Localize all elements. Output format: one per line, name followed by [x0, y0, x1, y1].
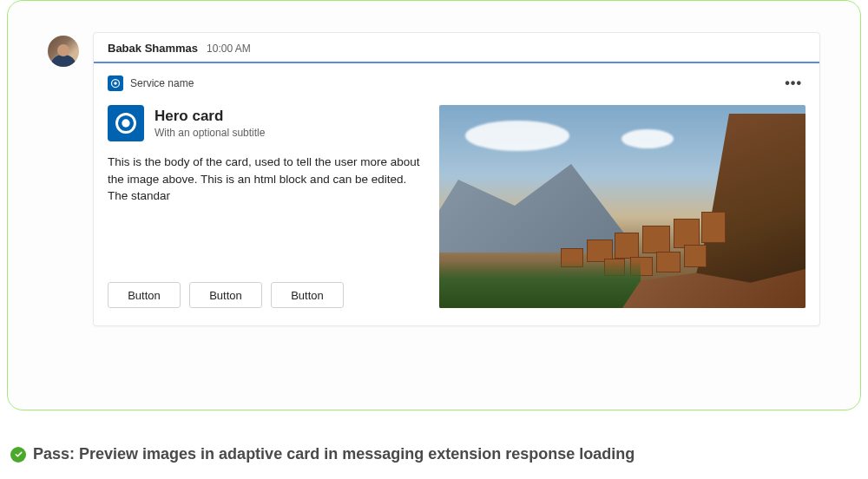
adaptive-card: Service name ••• Hero card With an optio… [94, 63, 819, 325]
pass-result-text: Pass: Preview images in adaptive card in… [33, 445, 635, 463]
card-service-row: Service name ••• [108, 74, 806, 93]
example-frame: Babak Shammas 10:00 AM Service name ••• [7, 0, 861, 410]
message-row: Babak Shammas 10:00 AM Service name ••• [48, 32, 820, 326]
sender-name: Babak Shammas [108, 42, 198, 55]
more-options-icon[interactable]: ••• [781, 74, 806, 93]
card-content: Hero card With an optional subtitle This… [108, 105, 806, 308]
card-button-2[interactable]: Button [189, 282, 262, 308]
svg-point-1 [114, 82, 117, 85]
message-timestamp: 10:00 AM [207, 43, 251, 55]
service-left: Service name [108, 75, 194, 91]
hero-title-group: Hero card With an optional subtitle [155, 108, 265, 138]
message-header: Babak Shammas 10:00 AM [94, 33, 819, 62]
card-button-3[interactable]: Button [271, 282, 344, 308]
hero-subtitle: With an optional subtitle [155, 127, 265, 139]
svg-point-3 [122, 119, 129, 127]
service-app-icon [108, 75, 123, 91]
service-name-label: Service name [130, 77, 194, 89]
sender-avatar[interactable] [48, 36, 79, 67]
card-text-column: Hero card With an optional subtitle This… [108, 105, 420, 308]
hero-body-text: This is the body of the card, used to te… [108, 154, 420, 205]
hero-title: Hero card [155, 108, 265, 125]
card-button-row: Button Button Button [108, 221, 420, 308]
card-button-1[interactable]: Button [108, 282, 181, 308]
hero-app-icon [108, 105, 144, 141]
validation-result-line: Pass: Preview images in adaptive card in… [10, 445, 635, 463]
message-body: Babak Shammas 10:00 AM Service name ••• [93, 32, 820, 326]
card-preview-image [439, 105, 806, 308]
pass-check-icon [10, 447, 26, 463]
hero-header: Hero card With an optional subtitle [108, 105, 420, 141]
